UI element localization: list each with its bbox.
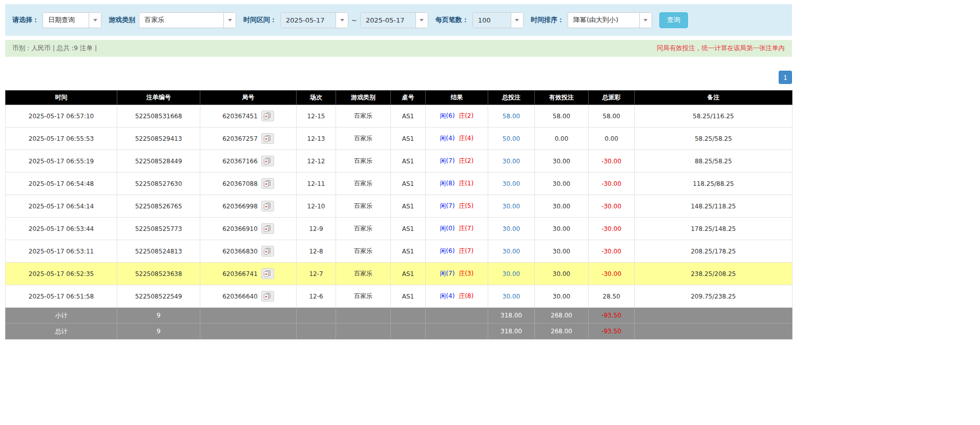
table-row: 2025-05-17 06:53:11 522508524813 6203668… [6, 240, 793, 263]
bet-time: 2025-05-17 06:54:14 [6, 195, 117, 218]
page-button-1[interactable]: 1 [779, 71, 792, 84]
total-bet-link[interactable]: 30.00 [488, 195, 535, 218]
total-bet-link[interactable]: 30.00 [488, 285, 535, 308]
session-number: 12-6 [297, 285, 336, 308]
game-type-cell: 百家乐 [336, 263, 391, 285]
bet-time: 2025-05-17 06:53:44 [6, 218, 117, 240]
session-number: 12-10 [297, 195, 336, 218]
view-cards-icon[interactable] [261, 133, 274, 144]
table-header-row: 时间 注单编号 局号 场次 游戏类别 桌号 结果 总投注 有效投注 总派彩 备注 [6, 91, 793, 105]
note: 118.25/88.25 [635, 173, 793, 195]
query-type-select[interactable]: 日期查询 [43, 12, 101, 28]
table-row: 2025-05-17 06:54:48 522508527630 6203670… [6, 173, 793, 195]
total-bet-link[interactable]: 30.00 [488, 240, 535, 263]
round-number: 620366741 [222, 270, 258, 278]
valid-bet: 0.00 [535, 128, 589, 150]
subtotal-label: 小计 [6, 308, 117, 324]
view-cards-icon[interactable] [261, 201, 274, 211]
chevron-down-icon [336, 13, 348, 28]
filter-bar: 请选择： 日期查询 游戏类别 百家乐 时间区间： 2025-05-17 ~ 20… [5, 4, 792, 36]
subtotal-valid-bet: 268.00 [535, 308, 589, 324]
valid-bet: 30.00 [535, 173, 589, 195]
table-number: AS1 [391, 240, 426, 263]
round-number: 620367451 [222, 113, 258, 120]
result-cell: 闲(6) 庄(2) [426, 105, 488, 128]
column-header-bet-id: 注单编号 [117, 91, 200, 105]
page-size-select[interactable]: 100 [472, 12, 524, 28]
round-number: 620366640 [222, 293, 258, 300]
result-cell: 闲(7) 庄(3) [426, 263, 488, 285]
chevron-down-icon [89, 13, 101, 28]
grand-total-label: 总计 [6, 324, 117, 339]
column-header-valid-bet: 有效投注 [535, 91, 589, 105]
total-bet-link[interactable]: 30.00 [488, 263, 535, 285]
banker-result: 庄(7) [458, 225, 473, 232]
valid-bet: 30.00 [535, 150, 589, 173]
bet-id: 522508531668 [117, 105, 200, 128]
bet-time: 2025-05-17 06:57:10 [6, 105, 117, 128]
payout: -30.00 [589, 150, 635, 173]
subtotal-count: 9 [117, 308, 200, 324]
result-cell: 闲(8) 庄(1) [426, 173, 488, 195]
view-cards-icon[interactable] [261, 246, 274, 257]
sort-order-label: 时间排序： [531, 15, 564, 25]
view-cards-icon[interactable] [261, 291, 274, 302]
result-cell: 闲(7) 庄(5) [426, 195, 488, 218]
page-size-label: 每页笔数： [435, 15, 469, 25]
grand-total-row: 总计 9 318.00 268.00 -93.50 [6, 324, 793, 339]
round-number: 620367257 [222, 135, 258, 142]
valid-bet: 58.00 [535, 105, 589, 128]
game-type-cell: 百家乐 [336, 150, 391, 173]
bet-id: 522508522549 [117, 285, 200, 308]
date-from-select[interactable]: 2025-05-17 [280, 12, 348, 28]
game-type-cell: 百家乐 [336, 128, 391, 150]
column-header-table: 桌号 [391, 91, 426, 105]
column-header-time: 时间 [6, 91, 117, 105]
view-cards-icon[interactable] [261, 178, 274, 189]
game-type-cell: 百家乐 [336, 173, 391, 195]
search-button[interactable]: 查询 [659, 12, 688, 28]
bet-id: 522508525773 [117, 218, 200, 240]
currency-summary-text: 币别 : 人民币 | 总共 :9 注单 | [12, 44, 97, 53]
bet-id: 522508526765 [117, 195, 200, 218]
subtotal-total-bet: 318.00 [488, 308, 535, 324]
banker-result: 庄(5) [458, 202, 473, 209]
view-cards-icon[interactable] [261, 111, 274, 121]
table-number: AS1 [391, 218, 426, 240]
view-cards-icon[interactable] [261, 223, 274, 234]
round-cell: 620366640 [200, 285, 297, 308]
date-to-select[interactable]: 2025-05-17 [360, 12, 428, 28]
sort-order-value: 降冪(由大到小) [568, 13, 639, 28]
round-cell: 620367257 [200, 128, 297, 150]
banker-result: 庄(1) [458, 180, 473, 187]
grand-total-total-bet: 318.00 [488, 324, 535, 339]
banker-result: 庄(7) [458, 247, 473, 254]
chevron-down-icon [223, 13, 236, 28]
total-bet-link[interactable]: 30.00 [488, 150, 535, 173]
note: 88.25/58.25 [635, 150, 793, 173]
table-row: 2025-05-17 06:53:44 522508525773 6203669… [6, 218, 793, 240]
session-number: 12-13 [297, 128, 336, 150]
view-cards-icon[interactable] [261, 156, 274, 166]
banker-result: 庄(2) [458, 112, 473, 119]
total-bet-link[interactable]: 30.00 [488, 218, 535, 240]
game-type-cell: 百家乐 [336, 195, 391, 218]
table-number: AS1 [391, 150, 426, 173]
bet-time: 2025-05-17 06:53:11 [6, 240, 117, 263]
game-type-select[interactable]: 百家乐 [139, 12, 236, 28]
table-row: 2025-05-17 06:55:53 522508529413 6203672… [6, 128, 793, 150]
date-from-value: 2025-05-17 [281, 13, 336, 28]
bet-time: 2025-05-17 06:55:53 [6, 128, 117, 150]
view-cards-icon[interactable] [261, 268, 274, 279]
chevron-down-icon [511, 13, 523, 28]
total-bet-link[interactable]: 58.00 [488, 105, 535, 128]
total-bet-link[interactable]: 30.00 [488, 173, 535, 195]
game-type-label: 游戏类别 [109, 15, 135, 25]
player-result: 闲(4) [440, 292, 455, 300]
result-cell: 闲(6) 庄(7) [426, 240, 488, 263]
sort-order-select[interactable]: 降冪(由大到小) [568, 12, 652, 28]
note: 209.75/238.25 [635, 285, 793, 308]
table-number: AS1 [391, 285, 426, 308]
table-number: AS1 [391, 263, 426, 285]
total-bet-link[interactable]: 50.00 [488, 128, 535, 150]
